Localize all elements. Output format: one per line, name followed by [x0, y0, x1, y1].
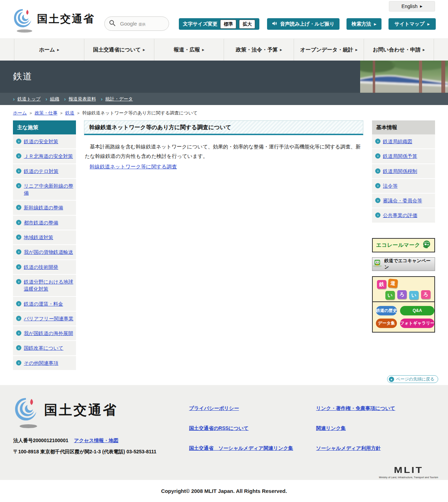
- subnav-link-statistics[interactable]: 統計・データ: [105, 96, 133, 102]
- sidebar-item-other[interactable]: ›その他関連事項: [13, 355, 76, 370]
- sidebar-item-terrorism[interactable]: ›鉄道のテロ対策: [13, 163, 76, 178]
- address-line: 〒100-8918 東京都千代田区霞が関2-1-3 (代表電話) 03-5253…: [13, 449, 156, 455]
- subnav-link-railway-top[interactable]: 鉄道トップ: [18, 96, 41, 102]
- info-item-evaluation[interactable]: ›公共事業の評価: [372, 208, 435, 222]
- info-item-laws[interactable]: ›法令等: [372, 178, 435, 193]
- nav-item-opendata[interactable]: オープンデータ・統計▶: [294, 39, 364, 61]
- sidebar-link[interactable]: 鉄道の運賃・料金: [24, 300, 63, 307]
- site-logo[interactable]: 国土交通省: [13, 8, 95, 30]
- circle-chevron-icon: ›: [16, 183, 21, 188]
- social-media-links-link[interactable]: 国土交通省 ソーシャルメディア関連リンク集: [189, 445, 293, 452]
- sidebar-link[interactable]: リニア中央新幹線の整備: [24, 182, 74, 197]
- info-link[interactable]: 公共事業の評価: [383, 212, 417, 219]
- sitemap-button[interactable]: サイトマップ ▶: [388, 18, 436, 30]
- sidebar-item-urban[interactable]: ›都市鉄道の整備: [13, 215, 76, 230]
- photo-gallery-button[interactable]: フォトギャラリー: [400, 319, 434, 328]
- sidebar-link[interactable]: ＪＲ北海道の安全対策: [24, 153, 73, 160]
- info-item-tax[interactable]: ›鉄道局関係税制: [372, 163, 435, 178]
- info-item-org-chart[interactable]: ›鉄道局組織図: [372, 134, 435, 148]
- search-input[interactable]: Google 提供: [104, 16, 169, 31]
- railway-iroiro-banner[interactable]: 鉄 道 い ろ い ろ 鉄道の歴史 Q&A データ集 フォトギャラリー: [372, 276, 435, 333]
- sidebar-link[interactable]: バリアフリー関連事業: [24, 315, 74, 322]
- sidebar-link[interactable]: 鉄道分野における地球温暖化対策: [24, 278, 74, 293]
- sidebar-link[interactable]: 鉄道の技術開発: [24, 264, 58, 271]
- qa-button[interactable]: Q&A: [400, 306, 434, 315]
- breadcrumb-railway[interactable]: 鉄道: [65, 110, 74, 116]
- sidebar-link[interactable]: 鉄道のテロ対策: [24, 168, 58, 175]
- nav-label: 報道・広報: [174, 47, 200, 53]
- info-link[interactable]: 審議会・委員会等: [383, 197, 422, 204]
- sidebar-item-barrier-free[interactable]: ›バリアフリー関連事業: [13, 311, 76, 326]
- sidebar-link[interactable]: 地域鉄道対策: [24, 234, 53, 241]
- breadcrumb-policy[interactable]: 政策・仕事: [35, 110, 57, 116]
- rss-link[interactable]: 国土交通省のRSSについて: [189, 425, 293, 432]
- ecorail-mark-banner[interactable]: エコレールマーク: [372, 238, 435, 252]
- info-link[interactable]: 鉄道局関係予算: [383, 153, 417, 160]
- search-provider-label: Google: [120, 21, 137, 27]
- footer-site-title: 国土交通省: [44, 401, 118, 419]
- social-media-policy-link[interactable]: ソーシャルメディア利用方針: [316, 445, 395, 452]
- search-method-button[interactable]: 検索方法 ▶: [346, 18, 382, 30]
- data-collection-button[interactable]: データ集: [376, 319, 397, 328]
- access-info-link[interactable]: アクセス情報・地図: [74, 438, 118, 444]
- audio-reading-button[interactable]: 音声読み上げ・ルビ振り: [267, 18, 340, 30]
- sidebar-link[interactable]: 都市鉄道の整備: [24, 219, 58, 226]
- chevron-icon: ›: [13, 96, 15, 102]
- subnav-link-organization[interactable]: 組織: [50, 96, 59, 102]
- font-size-standard-button[interactable]: 標準: [220, 20, 236, 29]
- search-provider-suffix: 提供: [139, 22, 146, 26]
- sidebar-item-technology[interactable]: ›鉄道の技術開発: [13, 259, 76, 274]
- sidebar-link[interactable]: 我が国鉄道の海外展開: [24, 330, 73, 337]
- nav-item-contact[interactable]: お問い合わせ・申請▶: [364, 39, 434, 61]
- related-links-link[interactable]: 関連リンク集: [316, 425, 395, 432]
- circle-chevron-icon: ›: [375, 212, 380, 218]
- sidebar-link[interactable]: 国鉄改革について: [24, 344, 63, 351]
- survey-link[interactable]: 幹線鉄道ネットワーク等に関する調査: [90, 163, 177, 170]
- nav-item-about[interactable]: 国土交通省について▶: [84, 39, 154, 61]
- sidebar-item-freight[interactable]: ›我が国の貨物鉄道輸送: [13, 244, 76, 259]
- english-button[interactable]: English ▶: [389, 1, 435, 12]
- subnav-link-press[interactable]: 報道発表資料: [69, 96, 96, 102]
- sidebar-link[interactable]: その他関連事項: [24, 360, 58, 367]
- sidebar-item-shinkansen[interactable]: ›新幹線鉄道の整備: [13, 200, 76, 215]
- info-item-budget[interactable]: ›鉄道局関係予算: [372, 148, 435, 163]
- info-link[interactable]: 鉄道局組織図: [383, 138, 412, 145]
- sidebar-item-jnr-reform[interactable]: ›国鉄改革について: [13, 340, 76, 355]
- sidebar-item-safety[interactable]: ›鉄道の安全対策: [13, 134, 76, 148]
- font-size-large-button[interactable]: 拡大: [239, 20, 255, 29]
- arrow-right-icon: ▶: [427, 22, 430, 26]
- mlit-wordmark: MLIT Ministry of Land, Infrastructure, T…: [379, 465, 438, 479]
- mlit-wordmark-caption: Ministry of Land, Infrastructure, Transp…: [379, 476, 438, 479]
- eco-campaign-banner[interactable]: 鉄道でエコキャンペーン: [372, 257, 435, 271]
- search-icon: [109, 20, 116, 28]
- sidebar-item-fare[interactable]: ›鉄道の運賃・料金: [13, 296, 76, 311]
- back-to-top-button[interactable]: ▲ ページの先頭に戻る: [387, 375, 438, 383]
- sidebar-item-warming[interactable]: ›鉄道分野における地球温暖化対策: [13, 274, 76, 296]
- eco-campaign-label: 鉄道でエコキャンペーン: [384, 258, 435, 270]
- sidebar-item-jr-hokkaido[interactable]: ›ＪＲ北海道の安全対策: [13, 148, 76, 163]
- site-title: 国土交通省: [37, 12, 95, 26]
- copyright-bar: Copyright© 2008 MLIT Japan. All Rights R…: [0, 480, 448, 502]
- breadcrumb-home[interactable]: ホーム: [13, 110, 27, 116]
- font-size-button[interactable]: 文字サイズ変更 標準 拡大: [179, 18, 259, 30]
- sidebar-link[interactable]: 新幹線鉄道の整備: [24, 204, 63, 211]
- copyright-disclaimer-link[interactable]: リンク・著作権・免責事項について: [316, 405, 395, 412]
- sidebar-link[interactable]: 鉄道の安全対策: [24, 138, 58, 145]
- circle-chevron-icon: ›: [375, 168, 380, 174]
- info-link[interactable]: 法令等: [383, 182, 398, 189]
- sidebar-list: ›鉄道の安全対策 ›ＪＲ北海道の安全対策 ›鉄道のテロ対策 ›リニア中央新幹線の…: [13, 134, 76, 370]
- sidebar-item-linear[interactable]: ›リニア中央新幹線の整備: [13, 178, 76, 200]
- nav-item-policy[interactable]: 政策・法令・予算▶: [224, 39, 294, 61]
- privacy-policy-link[interactable]: プライバシーポリシー: [189, 405, 293, 412]
- sidebar-item-overseas[interactable]: ›我が国鉄道の海外展開: [13, 326, 76, 340]
- railway-history-button[interactable]: 鉄道の歴史: [376, 306, 397, 315]
- nav-item-home[interactable]: ホーム▶: [14, 39, 84, 61]
- arrow-right-icon: ▶: [57, 48, 59, 51]
- sidebar-item-regional[interactable]: ›地域鉄道対策: [13, 230, 76, 244]
- nav-item-press[interactable]: 報道・広報▶: [154, 39, 224, 61]
- sidebar-link[interactable]: 我が国の貨物鉄道輸送: [24, 249, 73, 256]
- info-link[interactable]: 鉄道局関係税制: [383, 168, 417, 175]
- info-item-councils[interactable]: ›審議会・委員会等: [372, 193, 435, 208]
- font-size-label: 文字サイズ変更: [183, 21, 218, 27]
- circle-chevron-icon: ›: [375, 183, 380, 188]
